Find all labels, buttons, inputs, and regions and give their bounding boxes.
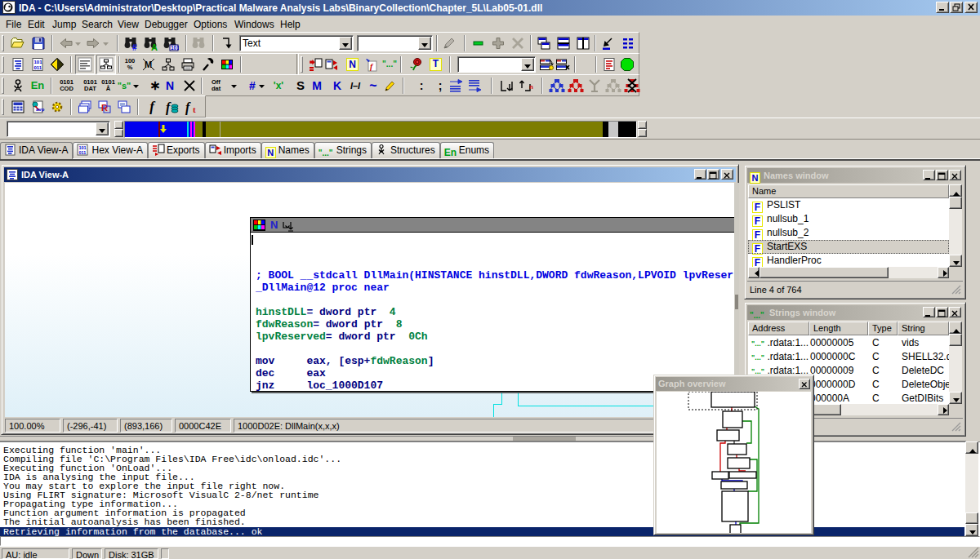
svg-text:t: t	[193, 104, 196, 114]
svg-text:R: R	[101, 103, 108, 113]
svg-text:011: 011	[79, 150, 87, 155]
svg-text:n: n	[529, 83, 533, 91]
svg-text:011: 011	[34, 65, 42, 70]
svg-text:f: f	[166, 100, 172, 115]
svg-text:f: f	[185, 100, 191, 115]
svg-text:A: A	[151, 42, 158, 51]
svg-text:101: 101	[34, 60, 43, 64]
svg-text:101: 101	[171, 45, 179, 51]
svg-text:#: #	[132, 43, 137, 51]
svg-text:avp: avp	[36, 107, 45, 112]
